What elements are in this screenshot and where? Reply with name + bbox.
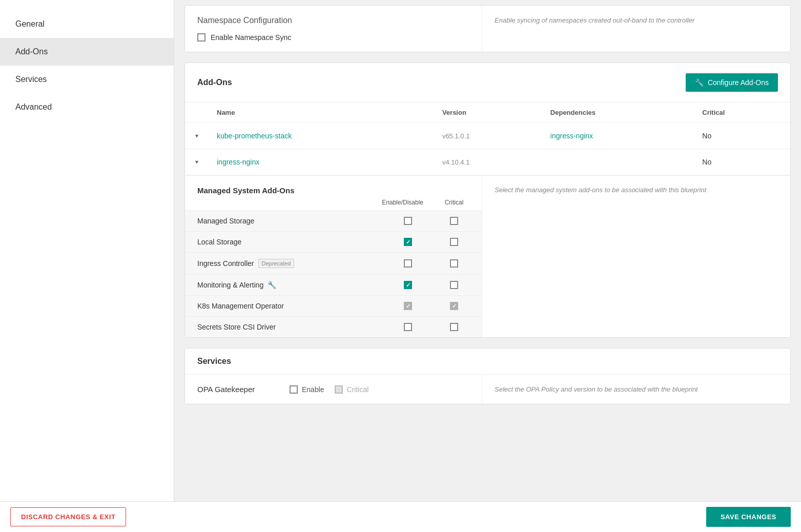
addon-dep-2 [542,149,694,175]
sidebar: General Add-Ons Services Advanced [0,0,174,532]
list-item: Monitoring & Alerting 🔧 [185,275,482,296]
bottom-bar: DISCARD CHANGES & EXIT SAVE CHANGES [0,501,801,532]
addon-version-2: v4.10.4.1 [434,149,542,175]
list-item: Ingress Controller Deprecated [185,253,482,275]
monitoring-enable-checkbox[interactable] [404,281,412,289]
managed-addons-title: Managed System Add-Ons [185,176,482,195]
addon-critical-1: No [694,123,790,149]
services-card: Services OPA Gatekeeper Enable Critical … [184,348,791,404]
services-title: Services [197,357,231,365]
opa-left: OPA Gatekeeper Enable Critical [185,375,482,404]
namespace-config-title: Namespace Configuration [197,16,469,25]
managed-row-5-checkboxes [393,323,469,331]
opa-critical-group: Critical [335,385,369,394]
sidebar-item-services[interactable]: Services [0,66,174,93]
managed-row-0-checkboxes [393,217,469,225]
ingress-enable-checkbox[interactable] [404,259,412,268]
managed-storage-critical-checkbox[interactable] [450,217,458,225]
opa-name: OPA Gatekeeper [197,385,279,394]
addon-name-1[interactable]: kube-prometheus-stack [217,132,292,140]
enable-namespace-sync-checkbox[interactable] [197,33,206,42]
expand-row-1-button[interactable]: ▾ [193,130,200,141]
addons-title: Add-Ons [197,78,232,87]
managed-row-name-5: Secrets Store CSI Driver [197,323,393,331]
managed-row-4-checkboxes [393,302,469,310]
list-item: Local Storage [185,232,482,253]
managed-addons-section: Managed System Add-Ons Enable/Disable Cr… [185,175,790,337]
managed-storage-enable-checkbox[interactable] [404,217,412,225]
col-dependencies: Dependencies [542,103,694,123]
managed-row-1-checkboxes [393,238,469,246]
sidebar-item-general[interactable]: General [0,10,174,38]
deprecated-badge: Deprecated [258,259,295,268]
expand-row-2-button[interactable]: ▾ [193,156,200,168]
namespace-config-card: Namespace Configuration Enable Namespace… [184,5,791,52]
opa-gatekeeper-row: OPA Gatekeeper Enable Critical Select th… [185,375,790,404]
k8s-critical-checkbox[interactable] [450,302,458,310]
local-storage-critical-checkbox[interactable] [450,238,458,246]
managed-addons-left: Managed System Add-Ons Enable/Disable Cr… [185,176,482,337]
col-expand [185,103,209,123]
services-header: Services [185,349,790,375]
addon-name-2[interactable]: ingress-nginx [217,158,259,166]
col-version: Version [434,103,542,123]
managed-row-name-2: Ingress Controller Deprecated [197,259,393,268]
monitoring-critical-checkbox[interactable] [450,281,458,289]
managed-row-name-3: Monitoring & Alerting 🔧 [197,281,393,289]
local-storage-enable-checkbox[interactable] [404,238,412,246]
addon-critical-2: No [694,149,790,175]
table-row: ▾ kube-prometheus-stack v65.1.0.1 ingres… [185,123,790,149]
namespace-config-hint: Enable syncing of namespaces created out… [495,16,694,24]
addons-card: Add-Ons 🔧 Configure Add-Ons Name Version… [184,63,791,338]
discard-button[interactable]: DISCARD CHANGES & EXIT [10,507,126,526]
list-item: Managed Storage [185,211,482,232]
sidebar-item-addons[interactable]: Add-Ons [0,38,174,66]
addon-version-1: v65.1.0.1 [434,123,542,149]
wrench-icon: 🔧 [268,281,276,289]
secrets-enable-checkbox[interactable] [404,323,412,331]
managed-row-name-1: Local Storage [197,238,393,246]
save-button[interactable]: SAVE CHANGES [706,507,791,527]
wrench-icon: 🔧 [695,78,704,87]
managed-col-headers: Enable/Disable Critical [185,195,482,211]
addon-dep-1[interactable]: ingress-nginx [550,132,593,140]
sidebar-item-advanced[interactable]: Advanced [0,93,174,121]
opa-enable-group: Enable [290,385,324,394]
main-content: Namespace Configuration Enable Namespace… [174,0,801,532]
secrets-critical-checkbox[interactable] [450,323,458,331]
configure-addons-button[interactable]: 🔧 Configure Add-Ons [686,73,778,92]
list-item: Secrets Store CSI Driver [185,317,482,337]
addons-table: Name Version Dependencies Critical ▾ kub… [185,103,790,175]
col-name: Name [209,103,434,123]
opa-hint: Select the OPA Policy and version to be … [482,375,790,403]
managed-row-name-0: Managed Storage [197,217,393,225]
k8s-enable-checkbox[interactable] [404,302,412,310]
opa-critical-checkbox[interactable] [335,385,343,394]
ingress-critical-checkbox[interactable] [450,259,458,268]
addons-header: Add-Ons 🔧 Configure Add-Ons [185,63,790,103]
opa-enable-checkbox[interactable] [290,385,298,394]
table-row: ▾ ingress-nginx v4.10.4.1 No [185,149,790,175]
managed-row-name-4: K8s Management Operator [197,302,393,310]
managed-row-3-checkboxes [393,281,469,289]
enable-namespace-sync-label[interactable]: Enable Namespace Sync [197,33,469,42]
managed-addons-hint: Select the managed system add-ons to be … [482,176,790,337]
list-item: K8s Management Operator [185,296,482,317]
managed-row-2-checkboxes [393,259,469,268]
col-critical: Critical [694,103,790,123]
